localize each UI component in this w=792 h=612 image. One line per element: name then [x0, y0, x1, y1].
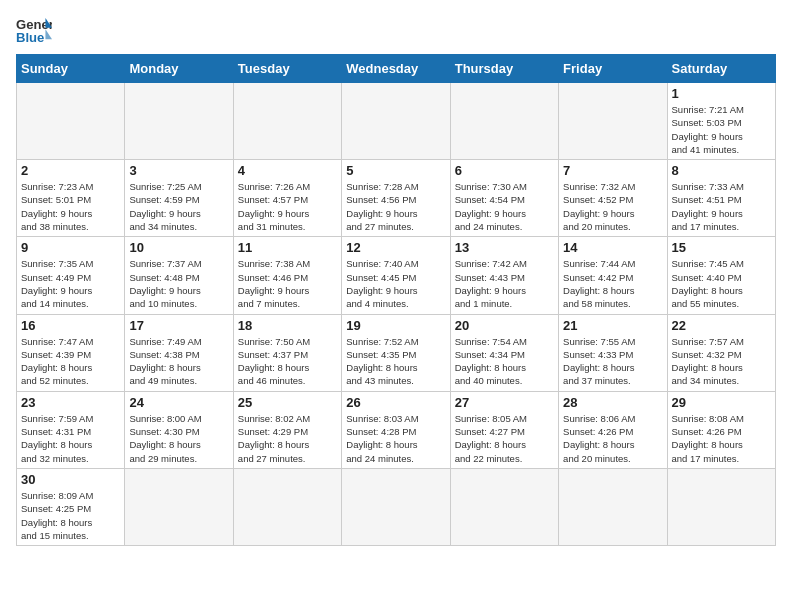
- week-row-5: 30Sunrise: 8:09 AM Sunset: 4:25 PM Dayli…: [17, 468, 776, 545]
- day-info: Sunrise: 8:02 AM Sunset: 4:29 PM Dayligh…: [238, 412, 337, 465]
- day-info: Sunrise: 7:57 AM Sunset: 4:32 PM Dayligh…: [672, 335, 771, 388]
- weekday-header-sunday: Sunday: [17, 55, 125, 83]
- day-cell: 26Sunrise: 8:03 AM Sunset: 4:28 PM Dayli…: [342, 391, 450, 468]
- day-info: Sunrise: 7:37 AM Sunset: 4:48 PM Dayligh…: [129, 257, 228, 310]
- day-info: Sunrise: 7:23 AM Sunset: 5:01 PM Dayligh…: [21, 180, 120, 233]
- logo: General Blue: [16, 16, 52, 46]
- day-cell: [559, 83, 667, 160]
- day-info: Sunrise: 8:03 AM Sunset: 4:28 PM Dayligh…: [346, 412, 445, 465]
- day-info: Sunrise: 7:59 AM Sunset: 4:31 PM Dayligh…: [21, 412, 120, 465]
- weekday-header-wednesday: Wednesday: [342, 55, 450, 83]
- day-info: Sunrise: 7:21 AM Sunset: 5:03 PM Dayligh…: [672, 103, 771, 156]
- day-cell: 17Sunrise: 7:49 AM Sunset: 4:38 PM Dayli…: [125, 314, 233, 391]
- day-info: Sunrise: 7:45 AM Sunset: 4:40 PM Dayligh…: [672, 257, 771, 310]
- page: General Blue SundayMondayTuesdayWednesda…: [0, 0, 792, 612]
- day-cell: [125, 83, 233, 160]
- day-info: Sunrise: 7:28 AM Sunset: 4:56 PM Dayligh…: [346, 180, 445, 233]
- weekday-header-thursday: Thursday: [450, 55, 558, 83]
- week-row-0: 1Sunrise: 7:21 AM Sunset: 5:03 PM Daylig…: [17, 83, 776, 160]
- day-number: 17: [129, 318, 228, 333]
- weekday-header-tuesday: Tuesday: [233, 55, 341, 83]
- day-info: Sunrise: 7:38 AM Sunset: 4:46 PM Dayligh…: [238, 257, 337, 310]
- day-number: 15: [672, 240, 771, 255]
- day-cell: [17, 83, 125, 160]
- day-info: Sunrise: 8:00 AM Sunset: 4:30 PM Dayligh…: [129, 412, 228, 465]
- day-number: 10: [129, 240, 228, 255]
- day-number: 3: [129, 163, 228, 178]
- svg-text:Blue: Blue: [16, 30, 44, 45]
- day-info: Sunrise: 7:50 AM Sunset: 4:37 PM Dayligh…: [238, 335, 337, 388]
- day-cell: 2Sunrise: 7:23 AM Sunset: 5:01 PM Daylig…: [17, 160, 125, 237]
- day-number: 21: [563, 318, 662, 333]
- day-number: 1: [672, 86, 771, 101]
- day-info: Sunrise: 7:35 AM Sunset: 4:49 PM Dayligh…: [21, 257, 120, 310]
- day-cell: 24Sunrise: 8:00 AM Sunset: 4:30 PM Dayli…: [125, 391, 233, 468]
- day-cell: [342, 83, 450, 160]
- day-number: 30: [21, 472, 120, 487]
- day-number: 12: [346, 240, 445, 255]
- day-number: 22: [672, 318, 771, 333]
- day-cell: 14Sunrise: 7:44 AM Sunset: 4:42 PM Dayli…: [559, 237, 667, 314]
- day-cell: 20Sunrise: 7:54 AM Sunset: 4:34 PM Dayli…: [450, 314, 558, 391]
- day-info: Sunrise: 7:25 AM Sunset: 4:59 PM Dayligh…: [129, 180, 228, 233]
- day-number: 26: [346, 395, 445, 410]
- day-info: Sunrise: 7:55 AM Sunset: 4:33 PM Dayligh…: [563, 335, 662, 388]
- day-cell: [342, 468, 450, 545]
- day-cell: 11Sunrise: 7:38 AM Sunset: 4:46 PM Dayli…: [233, 237, 341, 314]
- day-cell: 9Sunrise: 7:35 AM Sunset: 4:49 PM Daylig…: [17, 237, 125, 314]
- day-cell: 15Sunrise: 7:45 AM Sunset: 4:40 PM Dayli…: [667, 237, 775, 314]
- day-number: 14: [563, 240, 662, 255]
- day-number: 6: [455, 163, 554, 178]
- weekday-header-saturday: Saturday: [667, 55, 775, 83]
- day-number: 9: [21, 240, 120, 255]
- day-cell: [559, 468, 667, 545]
- day-info: Sunrise: 7:44 AM Sunset: 4:42 PM Dayligh…: [563, 257, 662, 310]
- day-number: 7: [563, 163, 662, 178]
- week-row-3: 16Sunrise: 7:47 AM Sunset: 4:39 PM Dayli…: [17, 314, 776, 391]
- day-cell: 22Sunrise: 7:57 AM Sunset: 4:32 PM Dayli…: [667, 314, 775, 391]
- calendar: SundayMondayTuesdayWednesdayThursdayFrid…: [16, 54, 776, 546]
- day-info: Sunrise: 7:49 AM Sunset: 4:38 PM Dayligh…: [129, 335, 228, 388]
- day-number: 20: [455, 318, 554, 333]
- day-number: 18: [238, 318, 337, 333]
- weekday-header-monday: Monday: [125, 55, 233, 83]
- day-cell: 10Sunrise: 7:37 AM Sunset: 4:48 PM Dayli…: [125, 237, 233, 314]
- day-number: 29: [672, 395, 771, 410]
- day-cell: 30Sunrise: 8:09 AM Sunset: 4:25 PM Dayli…: [17, 468, 125, 545]
- day-cell: 25Sunrise: 8:02 AM Sunset: 4:29 PM Dayli…: [233, 391, 341, 468]
- day-cell: 4Sunrise: 7:26 AM Sunset: 4:57 PM Daylig…: [233, 160, 341, 237]
- day-cell: 13Sunrise: 7:42 AM Sunset: 4:43 PM Dayli…: [450, 237, 558, 314]
- day-cell: 8Sunrise: 7:33 AM Sunset: 4:51 PM Daylig…: [667, 160, 775, 237]
- day-cell: 5Sunrise: 7:28 AM Sunset: 4:56 PM Daylig…: [342, 160, 450, 237]
- day-cell: 28Sunrise: 8:06 AM Sunset: 4:26 PM Dayli…: [559, 391, 667, 468]
- weekday-header-row: SundayMondayTuesdayWednesdayThursdayFrid…: [17, 55, 776, 83]
- week-row-1: 2Sunrise: 7:23 AM Sunset: 5:01 PM Daylig…: [17, 160, 776, 237]
- logo-icon: General Blue: [16, 16, 52, 46]
- day-info: Sunrise: 7:32 AM Sunset: 4:52 PM Dayligh…: [563, 180, 662, 233]
- day-cell: [233, 83, 341, 160]
- day-number: 28: [563, 395, 662, 410]
- day-info: Sunrise: 7:30 AM Sunset: 4:54 PM Dayligh…: [455, 180, 554, 233]
- day-cell: 16Sunrise: 7:47 AM Sunset: 4:39 PM Dayli…: [17, 314, 125, 391]
- day-cell: 21Sunrise: 7:55 AM Sunset: 4:33 PM Dayli…: [559, 314, 667, 391]
- day-info: Sunrise: 8:05 AM Sunset: 4:27 PM Dayligh…: [455, 412, 554, 465]
- day-number: 13: [455, 240, 554, 255]
- day-number: 11: [238, 240, 337, 255]
- day-number: 24: [129, 395, 228, 410]
- day-number: 4: [238, 163, 337, 178]
- day-cell: [667, 468, 775, 545]
- day-info: Sunrise: 7:47 AM Sunset: 4:39 PM Dayligh…: [21, 335, 120, 388]
- day-info: Sunrise: 8:06 AM Sunset: 4:26 PM Dayligh…: [563, 412, 662, 465]
- weekday-header-friday: Friday: [559, 55, 667, 83]
- day-cell: 7Sunrise: 7:32 AM Sunset: 4:52 PM Daylig…: [559, 160, 667, 237]
- day-number: 23: [21, 395, 120, 410]
- day-number: 27: [455, 395, 554, 410]
- day-number: 5: [346, 163, 445, 178]
- day-number: 8: [672, 163, 771, 178]
- day-cell: 6Sunrise: 7:30 AM Sunset: 4:54 PM Daylig…: [450, 160, 558, 237]
- header: General Blue: [16, 16, 776, 46]
- day-info: Sunrise: 7:26 AM Sunset: 4:57 PM Dayligh…: [238, 180, 337, 233]
- day-info: Sunrise: 8:09 AM Sunset: 4:25 PM Dayligh…: [21, 489, 120, 542]
- day-info: Sunrise: 7:40 AM Sunset: 4:45 PM Dayligh…: [346, 257, 445, 310]
- week-row-4: 23Sunrise: 7:59 AM Sunset: 4:31 PM Dayli…: [17, 391, 776, 468]
